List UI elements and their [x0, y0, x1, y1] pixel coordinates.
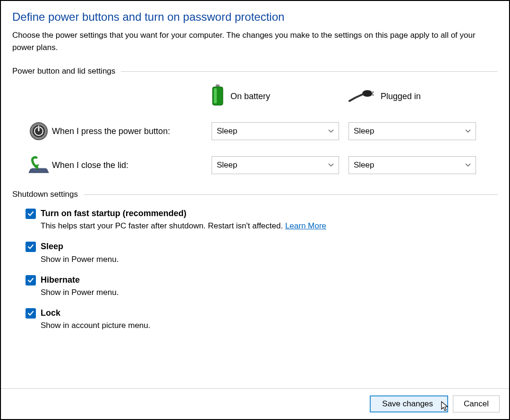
dropdown-value: Sleep [217, 160, 237, 170]
close-lid-plugged-dropdown[interactable]: Sleep [348, 156, 476, 174]
sleep-desc: Show in Power menu. [41, 253, 498, 266]
chevron-down-icon [465, 128, 471, 134]
column-battery-label: On battery [230, 92, 270, 101]
power-button-plugged-dropdown[interactable]: Sleep [348, 122, 476, 140]
battery-icon [212, 84, 224, 109]
chevron-down-icon [328, 162, 334, 168]
svg-rect-5 [371, 94, 374, 96]
page-title: Define power buttons and turn on passwor… [12, 10, 498, 24]
cancel-button[interactable]: Cancel [453, 395, 500, 412]
hibernate-checkbox[interactable] [26, 275, 36, 286]
dropdown-value: Sleep [217, 126, 237, 136]
chevron-down-icon [328, 128, 334, 134]
power-button-battery-dropdown[interactable]: Sleep [212, 122, 339, 140]
section-shutdown-title: Shutdown settings [12, 190, 84, 199]
fast-startup-checkbox[interactable] [26, 209, 36, 219]
hibernate-desc: Show in Power menu. [41, 286, 498, 299]
divider [121, 71, 498, 72]
divider [84, 194, 498, 195]
svg-rect-4 [371, 92, 374, 93]
svg-rect-0 [216, 84, 220, 87]
close-lid-battery-dropdown[interactable]: Sleep [212, 156, 339, 174]
svg-rect-2 [214, 88, 217, 103]
cursor-icon [441, 401, 450, 414]
save-changes-button[interactable]: Save changes [370, 395, 448, 412]
fast-startup-desc: This helps start your PC faster after sh… [41, 219, 498, 232]
page-description: Choose the power settings that you want … [12, 29, 498, 53]
svg-point-3 [362, 90, 373, 97]
lock-checkbox[interactable] [26, 308, 36, 319]
chevron-down-icon [465, 162, 471, 168]
sleep-checkbox[interactable] [26, 242, 36, 252]
dropdown-value: Sleep [354, 160, 374, 170]
lid-icon [26, 156, 52, 175]
column-plugged-label: Plugged in [381, 92, 421, 101]
dropdown-value: Sleep [354, 126, 374, 136]
row-power-button-label: When I press the power button: [52, 126, 212, 136]
power-button-icon [26, 122, 52, 141]
fast-startup-title: Turn on fast startup (recommended) [41, 208, 498, 219]
section-power-title: Power button and lid settings [12, 67, 121, 76]
hibernate-title: Hibernate [41, 274, 498, 286]
sleep-title: Sleep [41, 241, 498, 252]
lock-desc: Show in account picture menu. [41, 319, 498, 332]
lock-title: Lock [41, 307, 498, 319]
row-close-lid-label: When I close the lid: [52, 160, 212, 170]
learn-more-link[interactable]: Learn More [285, 221, 326, 230]
plug-icon [348, 89, 374, 104]
